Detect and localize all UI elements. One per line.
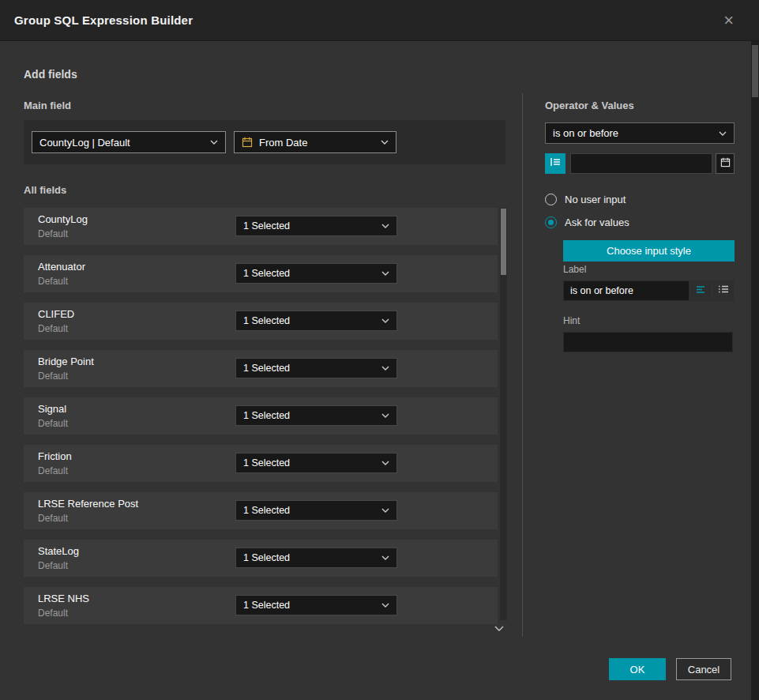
chevron-down-icon [381, 140, 389, 145]
field-select-value: From Date [259, 137, 374, 149]
field-sublabel: Default [38, 465, 68, 476]
main-field-panel: CountyLog | Default From Date [24, 120, 505, 164]
all-fields-label: All fields [24, 184, 66, 196]
calendar-icon [242, 137, 253, 148]
field-sublabel: Default [38, 513, 68, 524]
field-row: CountyLog Default 1 Selected [24, 208, 498, 245]
label-input[interactable] [563, 280, 689, 301]
ok-button[interactable]: OK [609, 658, 666, 680]
field-row: CLIFED Default 1 Selected [24, 303, 498, 340]
field-name: LRSE NHS [38, 593, 89, 604]
calendar-icon [720, 156, 731, 171]
close-icon[interactable]: × [723, 12, 745, 29]
chevron-down-icon [381, 224, 389, 228]
field-name: CountyLog [38, 213, 88, 225]
field-row: LRSE NHS Default 1 Selected [24, 587, 498, 624]
operator-values-label: Operator & Values [545, 100, 634, 111]
field-sublabel: Default [38, 276, 68, 287]
field-row: StateLog Default 1 Selected [24, 540, 498, 577]
field-sublabel: Default [38, 323, 68, 334]
field-row: Attenuator Default 1 Selected [24, 255, 498, 292]
operator-select[interactable]: is on or before [545, 122, 735, 144]
chevron-down-icon [381, 413, 389, 418]
add-fields-heading: Add fields [24, 68, 77, 81]
field-select-dropdown[interactable]: 1 Selected [235, 358, 397, 378]
radio-label: Ask for values [565, 216, 629, 228]
scroll-down-icon[interactable] [494, 621, 504, 635]
field-select-value: 1 Selected [243, 457, 375, 469]
chevron-down-icon [719, 131, 727, 136]
radio-ask-for-values[interactable]: Ask for values [545, 216, 629, 228]
singleline-label-icon [696, 284, 707, 298]
list-scrollbar-thumb[interactable] [501, 209, 506, 275]
all-fields-list: CountyLog Default 1 Selected Attenuator … [24, 208, 498, 634]
page-scrollbar-thumb[interactable] [752, 45, 758, 97]
chevron-down-icon [381, 461, 389, 465]
radio-no-user-input[interactable]: No user input [545, 194, 626, 205]
field-select-dropdown[interactable]: 1 Selected [235, 548, 397, 568]
chevron-down-icon [381, 318, 389, 323]
chevron-down-icon [381, 366, 389, 371]
field-name: StateLog [38, 545, 79, 557]
field-row: LRSE Reference Post Default 1 Selected [24, 492, 498, 529]
field-select-value: 1 Selected [243, 505, 375, 516]
multiline-label-icon [718, 284, 729, 298]
field-sublabel: Default [38, 608, 68, 619]
field-name: Bridge Point [38, 356, 94, 367]
page-scrollbar-track[interactable] [751, 41, 759, 700]
field-select-value: 1 Selected [243, 410, 375, 421]
field-name: CLIFED [38, 308, 74, 320]
field-sublabel: Default [38, 418, 68, 429]
field-name: Signal [38, 403, 66, 415]
field-sublabel: Default [38, 371, 68, 382]
field-select-value: 1 Selected [243, 363, 375, 374]
field-row: Friction Default 1 Selected [24, 445, 498, 482]
field-sublabel: Default [38, 228, 68, 239]
dialog-header: Group SQL Expression Builder × [0, 0, 759, 41]
layer-select[interactable]: CountyLog | Default [32, 131, 226, 153]
field-select-dropdown[interactable]: 1 Selected [235, 310, 397, 331]
hint-field-label: Hint [563, 315, 580, 326]
chevron-down-icon [381, 508, 389, 513]
chevron-down-icon [210, 140, 218, 145]
field-row: Signal Default 1 Selected [24, 397, 498, 435]
column-divider [522, 93, 523, 637]
operator-select-value: is on or before [553, 127, 712, 139]
list-values-button[interactable] [545, 153, 565, 174]
field-name: LRSE Reference Post [38, 498, 138, 510]
chevron-down-icon [381, 603, 389, 608]
field-select-dropdown[interactable]: 1 Selected [235, 453, 397, 473]
field-name: Attenuator [38, 261, 85, 273]
layer-select-value: CountyLog | Default [39, 137, 204, 149]
field-select-dropdown[interactable]: 1 Selected [235, 595, 397, 615]
field-select-dropdown[interactable]: 1 Selected [235, 405, 397, 426]
field-select-value: 1 Selected [243, 600, 375, 611]
hint-input[interactable] [563, 332, 733, 352]
field-select-value: 1 Selected [243, 315, 375, 326]
chevron-down-icon [381, 271, 389, 276]
label-field-label: Label [563, 264, 586, 275]
group-sql-expression-builder-dialog: Group SQL Expression Builder × Add field… [0, 0, 759, 700]
list-values-icon [550, 156, 561, 171]
choose-input-style-button[interactable]: Choose input style [563, 240, 735, 262]
field-select-value: 1 Selected [243, 268, 375, 279]
field-sublabel: Default [38, 560, 68, 571]
field-select-value: 1 Selected [243, 552, 375, 563]
field-select-dropdown[interactable]: 1 Selected [235, 263, 397, 284]
field-select-value: 1 Selected [243, 220, 375, 231]
calendar-button[interactable] [716, 153, 735, 174]
value-input[interactable] [570, 153, 712, 174]
main-field-label: Main field [24, 100, 71, 111]
field-select-dropdown[interactable]: 1 Selected [235, 216, 397, 236]
field-row: Bridge Point Default 1 Selected [24, 350, 498, 387]
field-name: Friction [38, 450, 72, 462]
chevron-down-icon [381, 555, 389, 560]
radio-label: No user input [565, 194, 626, 205]
multiline-label-button[interactable] [712, 280, 734, 301]
field-select-dropdown[interactable]: 1 Selected [235, 500, 397, 521]
singleline-label-button[interactable] [690, 280, 712, 301]
radio-circle [545, 194, 557, 205]
field-select[interactable]: From Date [234, 131, 396, 153]
dialog-title: Group SQL Expression Builder [14, 13, 193, 27]
cancel-button[interactable]: Cancel [676, 658, 731, 680]
